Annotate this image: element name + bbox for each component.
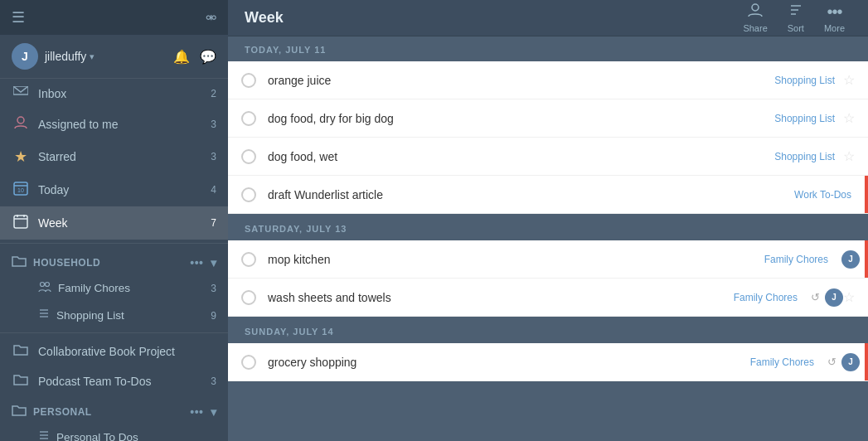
table-row[interactable]: draft Wunderlist article Work To-Dos ★ xyxy=(228,176,868,214)
sidebar-item-today[interactable]: 10 Today 4 xyxy=(0,173,228,206)
search-icon[interactable]: ⚮ xyxy=(206,10,216,26)
task-checkbox[interactable] xyxy=(241,355,256,370)
task-checkbox[interactable] xyxy=(241,73,256,88)
comment-icon[interactable]: 💬 xyxy=(200,49,216,65)
shopping-list-label: Shopping List xyxy=(56,309,124,322)
task-assignee-avatar: J xyxy=(841,250,860,269)
task-checkbox[interactable] xyxy=(241,252,256,267)
username[interactable]: jilleduffy ▾ xyxy=(45,50,95,63)
podcast-count: 3 xyxy=(211,376,216,387)
user-row: J jilleduffy ▾ 🔔 💬 xyxy=(0,35,228,79)
assigned-count: 3 xyxy=(211,119,216,130)
sort-icon xyxy=(788,2,804,22)
personal-section-header[interactable]: Personal ••• ▾ xyxy=(0,396,228,424)
household-label: Household xyxy=(33,257,100,269)
sort-button[interactable]: Sort xyxy=(781,0,811,36)
main-area: Week Share Sort ••• More TODAY, xyxy=(228,0,868,441)
task-text: grocery shopping xyxy=(268,356,750,369)
task-list-label[interactable]: Family Chores xyxy=(750,356,814,368)
section-sunday: SUNDAY, JULY 14 grocery shopping Family … xyxy=(228,318,868,381)
family-chores-icon xyxy=(38,281,51,295)
more-button[interactable]: ••• More xyxy=(817,0,851,36)
saturday-date-label: SATURDAY, JULY 13 xyxy=(228,216,868,240)
task-flag: ★ xyxy=(865,176,868,213)
task-text: dog food, wet xyxy=(268,150,774,163)
section-today: TODAY, JULY 11 orange juice Shopping Lis… xyxy=(228,36,868,214)
task-checkbox[interactable] xyxy=(241,149,256,164)
task-list-label[interactable]: Shopping List xyxy=(774,75,835,86)
sidebar-item-starred[interactable]: ★ Starred 3 xyxy=(0,140,228,173)
more-icon[interactable]: ••• xyxy=(190,256,203,269)
table-row[interactable]: grocery shopping Family Chores ↺ J ★ xyxy=(228,343,868,381)
task-star[interactable]: ☆ xyxy=(843,72,855,88)
task-checkbox[interactable] xyxy=(241,187,256,202)
task-checkbox[interactable] xyxy=(241,111,256,126)
sidebar-item-inbox[interactable]: Inbox 2 xyxy=(0,79,228,109)
chevron-up-icon[interactable]: ▾ xyxy=(211,256,217,269)
task-list-label[interactable]: Shopping List xyxy=(774,151,835,162)
assigned-label: Assigned to me xyxy=(38,118,119,131)
sidebar-item-family-chores[interactable]: Family Chores 3 xyxy=(0,274,228,302)
task-list-label[interactable]: Shopping List xyxy=(774,113,835,124)
personal-more-icon[interactable]: ••• xyxy=(190,405,203,419)
share-icon xyxy=(747,2,764,22)
today-icon: 10 xyxy=(12,181,30,199)
sidebar-item-shopping-list[interactable]: Shopping List 9 xyxy=(0,302,228,329)
task-list-label[interactable]: Work To-Dos xyxy=(794,189,851,201)
personal-label: Personal xyxy=(33,406,92,418)
table-row[interactable]: mop kitchen Family Chores J ★ xyxy=(228,240,868,279)
starred-label: Starred xyxy=(38,150,76,163)
today-date-label: TODAY, JULY 11 xyxy=(228,36,868,61)
personal-to-dos-label: Personal To Dos xyxy=(56,431,138,441)
sidebar-item-personal-to-dos[interactable]: Personal To Dos xyxy=(0,424,228,441)
task-star[interactable]: ☆ xyxy=(843,110,855,126)
more-label: More xyxy=(824,23,845,33)
sidebar: ☰ ⚮ J jilleduffy ▾ 🔔 💬 Inbox 2 Assigned … xyxy=(0,0,228,441)
table-row[interactable]: dog food, dry for big dog Shopping List … xyxy=(228,99,868,138)
repeat-icon: ↺ xyxy=(827,356,836,368)
sort-label: Sort xyxy=(788,23,804,33)
table-row[interactable]: orange juice Shopping List ☆ xyxy=(228,61,868,99)
task-list-label[interactable]: Family Chores xyxy=(734,292,798,303)
task-assignee-avatar: J xyxy=(841,353,860,371)
collab-book-label: Collaborative Book Project xyxy=(38,345,175,358)
table-row[interactable]: dog food, wet Shopping List ☆ xyxy=(228,138,868,176)
user-icons: 🔔 💬 xyxy=(173,49,216,65)
personal-folder-icon xyxy=(12,405,27,419)
household-section-header[interactable]: Household ••• ▾ xyxy=(0,247,228,274)
sidebar-item-week[interactable]: Week 7 xyxy=(0,206,228,240)
repeat-icon: ↺ xyxy=(811,291,820,303)
task-star[interactable]: ☆ xyxy=(843,148,855,164)
hamburger-icon[interactable]: ☰ xyxy=(12,8,25,27)
family-chores-label: Family Chores xyxy=(58,282,130,294)
inbox-label: Inbox xyxy=(38,87,66,100)
section-saturday: SATURDAY, JULY 13 mop kitchen Family Cho… xyxy=(228,216,868,317)
task-text: wash sheets and towels xyxy=(268,291,734,304)
svg-point-17 xyxy=(752,4,759,11)
today-label: Today xyxy=(38,183,69,196)
task-text: mop kitchen xyxy=(268,253,764,266)
task-list-label[interactable]: Family Chores xyxy=(764,254,828,265)
task-checkbox[interactable] xyxy=(241,290,256,305)
page-title: Week xyxy=(245,9,284,27)
star-icon: ★ xyxy=(12,148,30,166)
week-icon xyxy=(12,214,30,232)
avatar: J xyxy=(12,43,38,70)
svg-rect-5 xyxy=(14,216,27,228)
task-text: orange juice xyxy=(268,74,774,87)
sidebar-item-podcast[interactable]: Podcast Team To-Dos 3 xyxy=(0,366,228,396)
personal-to-dos-icon xyxy=(38,430,50,441)
sidebar-item-assigned[interactable]: Assigned to me 3 xyxy=(0,109,228,140)
personal-chevron-icon[interactable]: ▾ xyxy=(211,405,217,419)
task-text: dog food, dry for big dog xyxy=(268,112,774,125)
table-row[interactable]: wash sheets and towels Family Chores ↺ J… xyxy=(228,279,868,317)
assigned-icon xyxy=(12,116,30,133)
task-star[interactable]: ☆ xyxy=(843,289,855,305)
sidebar-item-collab-book[interactable]: Collaborative Book Project xyxy=(0,337,228,366)
share-button[interactable]: Share xyxy=(736,0,773,36)
svg-point-9 xyxy=(41,283,45,287)
collab-book-icon xyxy=(12,344,30,359)
shopping-list-icon xyxy=(38,308,50,322)
bell-icon[interactable]: 🔔 xyxy=(173,49,190,65)
svg-point-1 xyxy=(17,117,24,124)
